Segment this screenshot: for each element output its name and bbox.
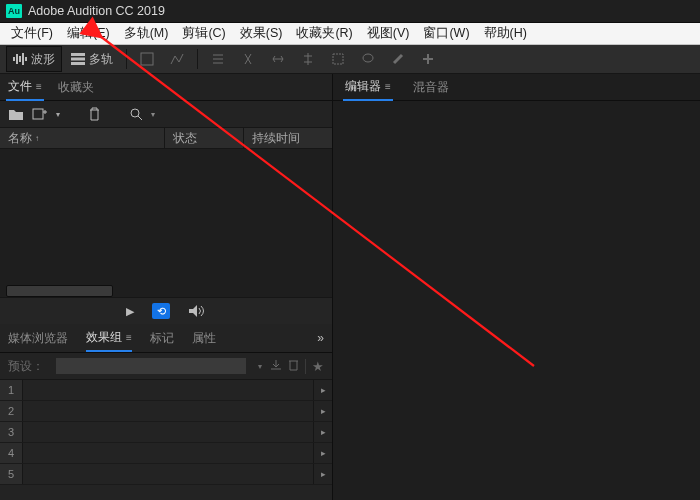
chevron-right-icon[interactable]: ▸ — [313, 464, 332, 484]
tab-mixer[interactable]: 混音器 — [411, 75, 451, 100]
favorite-icon[interactable]: ★ — [312, 359, 324, 374]
svg-point-12 — [131, 109, 139, 117]
panel-menu-icon[interactable]: ≡ — [126, 332, 132, 343]
effect-slot[interactable]: 1▸ — [0, 380, 332, 401]
new-file-icon[interactable] — [32, 107, 48, 121]
dropdown-icon[interactable]: ▾ — [56, 110, 60, 119]
tab-markers[interactable]: 标记 — [150, 326, 174, 351]
tool-pitch-button[interactable] — [163, 46, 191, 72]
toolbar: 波形 多轨 — [0, 45, 700, 74]
svg-rect-1 — [16, 54, 18, 64]
panel-menu-icon[interactable]: ≡ — [385, 81, 391, 92]
files-panel: 文件≡ 收藏夹 ▾ ▾ 名称 ↑ 状态 持续时间 — [0, 74, 332, 324]
file-list — [0, 149, 332, 297]
svg-rect-3 — [22, 53, 24, 65]
effects-panel-tabs: 媒体浏览器 效果组≡ 标记 属性 » — [0, 324, 332, 353]
move-icon — [211, 52, 225, 66]
tab-properties[interactable]: 属性 — [192, 326, 216, 351]
svg-rect-2 — [19, 56, 21, 62]
svg-rect-0 — [13, 57, 15, 61]
tab-files[interactable]: 文件≡ — [6, 74, 44, 101]
files-footer: ▶ ⟲ — [0, 297, 332, 324]
preset-dropdown[interactable] — [56, 358, 246, 374]
tool-marquee-button[interactable] — [324, 46, 352, 72]
tool-lasso-button[interactable] — [354, 46, 382, 72]
scrollbar-thumb[interactable] — [6, 285, 113, 297]
heal-icon — [421, 52, 435, 66]
tool-razor-button[interactable] — [234, 46, 262, 72]
tool-move-button[interactable] — [204, 46, 232, 72]
search-icon[interactable] — [129, 107, 143, 121]
tab-media-browser[interactable]: 媒体浏览器 — [8, 326, 68, 351]
effect-slot[interactable]: 2▸ — [0, 401, 332, 422]
chevron-right-icon[interactable]: ▸ — [313, 422, 332, 442]
tool-spectral-button[interactable] — [133, 46, 161, 72]
waveform-icon — [13, 52, 27, 66]
effect-slot[interactable]: 3▸ — [0, 422, 332, 443]
tool-time-button[interactable] — [294, 46, 322, 72]
preset-label: 预设： — [8, 358, 44, 375]
editor-panel-tabs: 编辑器≡ 混音器 — [333, 74, 700, 101]
slip-icon — [271, 52, 285, 66]
panel-menu-icon[interactable]: ≡ — [36, 81, 42, 92]
open-file-icon[interactable] — [8, 107, 24, 121]
search-dropdown-icon[interactable]: ▾ — [151, 110, 155, 119]
save-preset-icon[interactable] — [270, 359, 282, 374]
razor-icon — [241, 52, 255, 66]
files-panel-tabs: 文件≡ 收藏夹 — [0, 74, 332, 101]
delete-icon[interactable] — [88, 107, 101, 121]
tab-favorites[interactable]: 收藏夹 — [56, 75, 96, 100]
menu-view[interactable]: 视图(V) — [360, 23, 417, 44]
spectral-icon — [140, 52, 154, 66]
left-column: 文件≡ 收藏夹 ▾ ▾ 名称 ↑ 状态 持续时间 — [0, 74, 333, 500]
menu-clip[interactable]: 剪辑(C) — [175, 23, 232, 44]
tab-effects-rack[interactable]: 效果组≡ — [86, 325, 132, 352]
right-column: 编辑器≡ 混音器 — [333, 74, 700, 500]
delete-preset-icon[interactable] — [288, 359, 299, 374]
svg-rect-9 — [333, 54, 343, 64]
tool-brush-button[interactable] — [384, 46, 412, 72]
effects-panel: 媒体浏览器 效果组≡ 标记 属性 » 预设： ▾ ★ 1▸ 2▸ — [0, 324, 332, 500]
editor-body — [333, 101, 700, 500]
tool-heal-button[interactable] — [414, 46, 442, 72]
col-duration[interactable]: 持续时间 — [244, 128, 332, 148]
menu-multitrack[interactable]: 多轨(M) — [117, 23, 176, 44]
effects-slots: 1▸ 2▸ 3▸ 4▸ 5▸ — [0, 380, 332, 500]
svg-rect-8 — [141, 53, 153, 65]
menu-bar: 文件(F) 编辑(E) 多轨(M) 剪辑(C) 效果(S) 收藏夹(R) 视图(… — [0, 23, 700, 45]
loop-icon[interactable]: ⟲ — [152, 303, 170, 319]
app-title: Adobe Audition CC 2019 — [28, 4, 165, 18]
mode-multitrack-label: 多轨 — [89, 51, 113, 68]
chevron-right-icon[interactable]: ▸ — [313, 443, 332, 463]
overflow-icon[interactable]: » — [317, 331, 324, 345]
dropdown-icon[interactable]: ▾ — [258, 362, 262, 371]
toolbar-separator — [197, 49, 198, 69]
effect-slot[interactable]: 5▸ — [0, 464, 332, 485]
mode-waveform-button[interactable]: 波形 — [6, 46, 62, 72]
effect-slot[interactable]: 4▸ — [0, 443, 332, 464]
workspace: 文件≡ 收藏夹 ▾ ▾ 名称 ↑ 状态 持续时间 — [0, 74, 700, 500]
svg-point-10 — [363, 54, 373, 62]
col-name[interactable]: 名称 ↑ — [0, 128, 165, 148]
app-logo: Au — [6, 4, 22, 18]
menu-edit[interactable]: 编辑(E) — [60, 23, 117, 44]
auto-play-icon[interactable] — [188, 304, 206, 318]
title-bar: Au Adobe Audition CC 2019 — [0, 0, 700, 23]
tab-editor[interactable]: 编辑器≡ — [343, 74, 393, 101]
menu-window[interactable]: 窗口(W) — [416, 23, 476, 44]
menu-effects[interactable]: 效果(S) — [233, 23, 290, 44]
files-toolbar: ▾ ▾ — [0, 101, 332, 127]
play-icon[interactable]: ▶ — [126, 305, 134, 318]
chevron-right-icon[interactable]: ▸ — [313, 380, 332, 400]
tool-slip-button[interactable] — [264, 46, 292, 72]
menu-help[interactable]: 帮助(H) — [477, 23, 534, 44]
multitrack-icon — [71, 52, 85, 66]
col-status[interactable]: 状态 — [165, 128, 244, 148]
time-select-icon — [301, 52, 315, 66]
menu-favorites[interactable]: 收藏夹(R) — [289, 23, 359, 44]
mode-multitrack-button[interactable]: 多轨 — [64, 46, 120, 72]
toolbar-separator — [126, 49, 127, 69]
menu-file[interactable]: 文件(F) — [4, 23, 60, 44]
pitch-icon — [170, 52, 184, 66]
chevron-right-icon[interactable]: ▸ — [313, 401, 332, 421]
